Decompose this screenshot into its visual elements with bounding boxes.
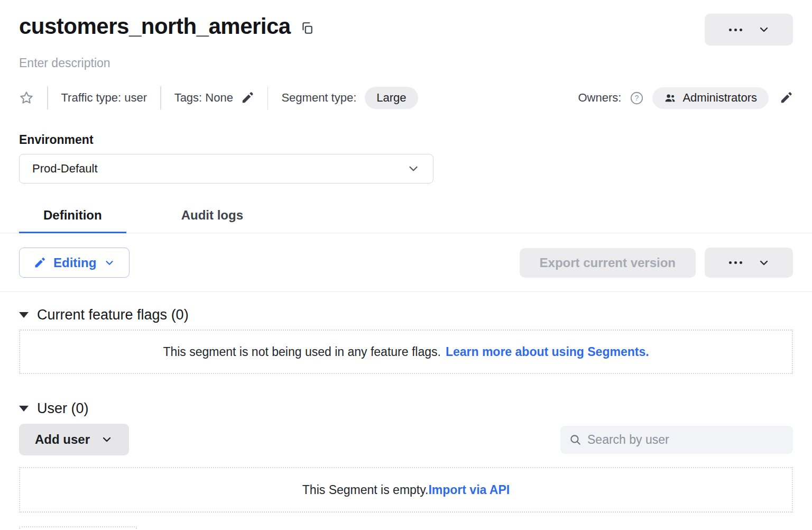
chevron-down-icon: [758, 257, 770, 269]
ellipsis-icon: [728, 29, 744, 31]
header-menu-button[interactable]: [705, 14, 793, 45]
export-current-version-button[interactable]: Export current version: [520, 248, 696, 278]
user-section-title: User (0): [37, 400, 89, 417]
definition-menu-button[interactable]: [705, 248, 793, 278]
ellipsis-icon: [728, 261, 744, 264]
search-by-user: [560, 426, 793, 454]
chevron-down-icon: [407, 162, 420, 176]
search-by-user-input[interactable]: [587, 433, 785, 447]
feature-flags-empty-state: This segment is not being used in any fe…: [19, 330, 793, 374]
learn-more-link[interactable]: Learn more about using Segments.: [446, 345, 649, 359]
pencil-icon: [33, 257, 46, 269]
meta-row: Traffic type: user Tags: None Segment ty…: [19, 86, 793, 109]
svg-text:?: ?: [635, 94, 639, 102]
add-user-label: Add user: [35, 432, 90, 447]
feature-flags-section-title: Current feature flags (0): [37, 307, 189, 323]
header: customers_north_america: [19, 0, 793, 45]
edit-owners-icon[interactable]: [779, 91, 793, 105]
editing-label: Editing: [53, 255, 96, 270]
owners-group: Owners: ? Administrators: [578, 87, 793, 109]
chevron-down-icon: [104, 257, 115, 269]
add-user-button[interactable]: Add user: [19, 424, 129, 455]
user-empty-text: This Segment is empty.: [302, 483, 429, 497]
tags-label: Tags: None: [174, 91, 233, 105]
owners-value: Administrators: [682, 91, 757, 105]
segment-type-label: Segment type:: [281, 91, 356, 105]
help-icon[interactable]: ?: [630, 91, 644, 105]
editing-button[interactable]: Editing: [19, 248, 130, 278]
partial-bottom-element: [19, 526, 137, 530]
traffic-type-label: Traffic type: user: [61, 91, 147, 105]
segment-detail-page: customers_north_america Enter descriptio…: [0, 0, 812, 513]
owners-label: Owners:: [578, 91, 621, 105]
star-icon[interactable]: [19, 90, 34, 105]
owners-badge[interactable]: Administrators: [652, 87, 769, 109]
divider: [47, 86, 48, 109]
user-empty-state: This Segment is empty. Import via API: [19, 467, 793, 513]
divider: [0, 291, 812, 292]
import-via-api-link[interactable]: Import via API: [428, 483, 510, 497]
tab-audit-logs[interactable]: Audit logs: [157, 208, 267, 233]
divider: [267, 86, 269, 109]
search-icon: [569, 433, 582, 446]
feature-flags-section-header[interactable]: Current feature flags (0): [19, 307, 793, 323]
tab-bar: Definition Audit logs: [0, 208, 812, 233]
copy-icon[interactable]: [300, 21, 314, 35]
chevron-down-icon: [758, 23, 770, 36]
tab-definition[interactable]: Definition: [19, 208, 126, 233]
user-toolbar: Add user: [19, 424, 793, 455]
divider: [160, 86, 161, 109]
user-section-header[interactable]: User (0): [19, 400, 793, 417]
environment-select[interactable]: Prod-Default: [19, 154, 433, 184]
collapse-triangle-icon: [19, 312, 29, 318]
collapse-triangle-icon: [19, 406, 29, 412]
edit-tags-icon[interactable]: [241, 91, 254, 105]
definition-toolbar: Editing Export current version: [19, 248, 793, 278]
feature-flags-empty-text: This segment is not being used in any fe…: [163, 345, 440, 359]
environment-selected-value: Prod-Default: [32, 162, 98, 176]
environment-label: Environment: [19, 133, 793, 147]
page-title: customers_north_america: [19, 14, 291, 39]
chevron-down-icon: [100, 433, 113, 446]
description-placeholder[interactable]: Enter description: [19, 56, 793, 70]
segment-type-badge: Large: [365, 87, 418, 109]
people-icon: [664, 92, 676, 104]
